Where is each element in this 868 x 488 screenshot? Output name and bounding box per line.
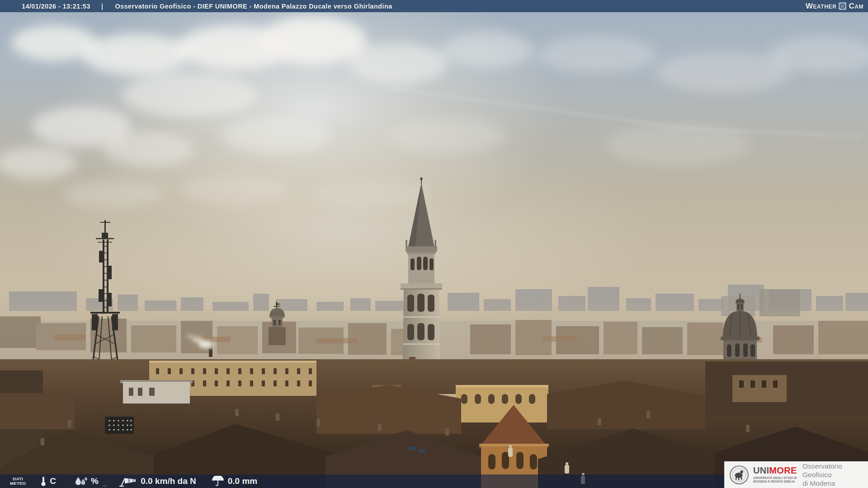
dati-label-line2: METEO xyxy=(10,481,26,486)
windsock-icon xyxy=(118,476,137,487)
unimore-more: MORE xyxy=(769,465,797,475)
camera-lens-icon xyxy=(839,2,846,10)
observatory-line1: Osservatorio Geofisico xyxy=(802,462,842,479)
observatory-name: Osservatorio Geofisico di Modena xyxy=(802,462,868,488)
unimore-wordmark: UNIMORE UNIVERSITÀ DEGLI STUDI DI MODENA… xyxy=(753,466,797,483)
header-bar: 14/01/2026 - 13:21:53 | Osservatorio Geo… xyxy=(0,0,868,12)
weather-rest: EATHER xyxy=(813,4,836,10)
cam-rest: AM xyxy=(854,4,863,10)
humidity-icon xyxy=(74,476,88,487)
unimore-subtitle-line1: UNIVERSITÀ DEGLI STUDI DI xyxy=(753,476,797,479)
cam-wordmark: C AM xyxy=(849,2,863,10)
page-title: Osservatorio Geofisico - DIEF UNIMORE - … xyxy=(115,3,392,10)
unimore-credit-box: UNIMORE UNIVERSITÀ DEGLI STUDI DI MODENA… xyxy=(724,461,868,488)
dati-meteo-label: DATI METEO xyxy=(10,477,26,486)
umbrella-icon xyxy=(212,476,224,487)
humidity-unit: % xyxy=(91,476,99,486)
unimore-subtitle-line2: MODENA E REGGIO EMILIA xyxy=(753,480,795,483)
unimore-seal-icon xyxy=(729,465,749,485)
unimore-uni: UNI xyxy=(753,465,769,475)
weather-wordmark: W EATHER xyxy=(806,2,837,10)
weathercam-logo: W EATHER C AM xyxy=(806,2,863,10)
webcam-frame: 14/01/2026 - 13:21:53 | Osservatorio Geo… xyxy=(0,0,868,488)
webcam-photo xyxy=(0,0,868,488)
separator: | xyxy=(101,3,103,10)
humidity-missing-value: _ xyxy=(103,479,107,487)
precipitation-reading: 0.0 mm xyxy=(228,476,257,486)
cam-initial: C xyxy=(849,2,854,10)
thermometer-icon xyxy=(40,476,47,487)
timestamp: 14/01/2026 - 13:21:53 xyxy=(22,3,90,10)
temperature-unit: C xyxy=(50,476,56,486)
observatory-line2: di Modena xyxy=(802,479,835,487)
wind-reading: 0.0 km/h da N xyxy=(141,476,196,486)
weather-initial: W xyxy=(806,2,813,10)
